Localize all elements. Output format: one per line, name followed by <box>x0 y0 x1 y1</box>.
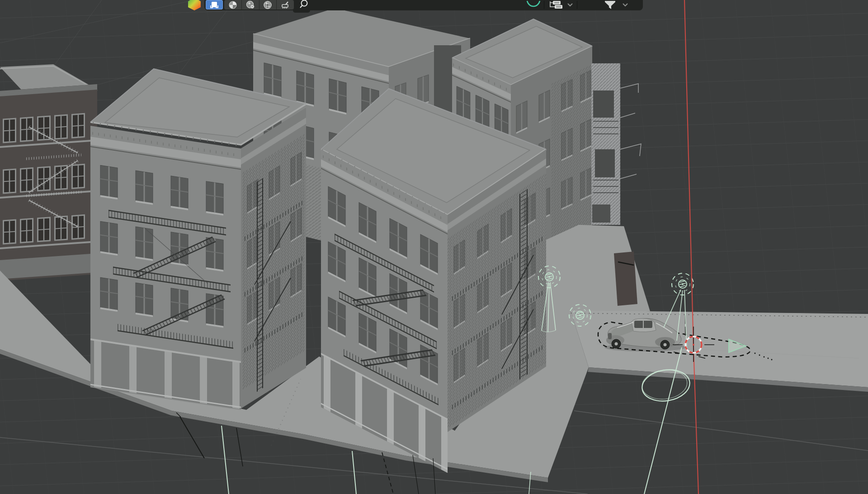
palette-icon[interactable] <box>187 0 202 10</box>
display-mode-button[interactable] <box>546 0 567 10</box>
shading-button-group <box>224 0 294 10</box>
world-globe-button[interactable] <box>259 0 277 10</box>
filter-button[interactable] <box>602 0 618 10</box>
filter-chevron[interactable] <box>621 0 629 10</box>
viewport[interactable] <box>0 0 868 494</box>
world-globe-icon <box>263 0 272 10</box>
curve-button[interactable] <box>525 0 542 10</box>
scene-3d[interactable] <box>0 0 868 494</box>
checker-sphere-icon <box>228 0 237 10</box>
checker-sphere-button[interactable] <box>224 0 242 10</box>
brush-icon <box>281 0 290 10</box>
render-sphere-button[interactable] <box>242 0 259 10</box>
search-button[interactable] <box>295 0 313 10</box>
chevron-down-icon <box>567 3 573 7</box>
render-sphere-icon <box>246 0 255 10</box>
apartment-building-left[interactable] <box>90 69 306 410</box>
search-icon <box>298 0 309 10</box>
brush-button[interactable] <box>277 0 294 10</box>
toolbar-tab <box>293 10 310 13</box>
image-frame-button[interactable] <box>206 0 223 10</box>
dark-gap-building <box>614 252 637 306</box>
display-mode-icon <box>548 0 565 10</box>
toolbar-separator <box>577 1 577 9</box>
display-mode-chevron[interactable] <box>566 0 574 10</box>
image-frame-icon <box>210 1 219 9</box>
filter-icon <box>604 0 617 10</box>
dark-brick-building[interactable] <box>0 64 97 281</box>
toolbar-separator <box>544 1 544 9</box>
curve-icon <box>526 0 541 10</box>
chevron-down-icon <box>622 3 628 7</box>
